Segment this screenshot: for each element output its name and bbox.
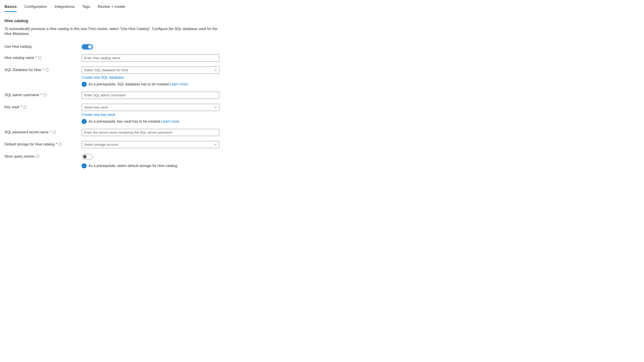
required-indicator: * — [20, 105, 22, 109]
sql-password-secret-label: SQL password secret name — [4, 130, 48, 134]
required-indicator: * — [40, 93, 42, 97]
use-hive-catalog-toggle[interactable] — [82, 44, 93, 50]
create-key-vault-link[interactable]: Create new key vault — [82, 113, 115, 117]
info-icon[interactable]: i — [36, 155, 39, 158]
chevron-down-icon — [214, 106, 217, 108]
sql-admin-username-label: SQL admin username — [4, 93, 39, 97]
default-storage-select[interactable]: Select storage account — [82, 141, 219, 148]
tab-integrations[interactable]: Integrations — [54, 5, 74, 12]
sql-database-label: SQL Database for Hive — [4, 68, 41, 72]
info-icon[interactable]: i — [38, 56, 42, 59]
info-icon[interactable]: i — [45, 68, 48, 72]
sql-database-info-text: As a prerequisite, SQL database has to b… — [88, 82, 170, 86]
tab-basics[interactable]: Basics — [4, 5, 17, 12]
catalog-name-input[interactable] — [82, 55, 219, 62]
info-icon[interactable]: i — [43, 93, 46, 97]
key-vault-label: Key vault — [4, 105, 19, 109]
tabs-bar: Basics Configuration Integrations Tags R… — [4, 0, 640, 12]
sql-database-learn-more-link[interactable]: Learn more — [170, 82, 188, 86]
sql-database-select[interactable]: Select SQL database for Hive — [82, 67, 219, 74]
chevron-down-icon — [214, 69, 217, 71]
required-indicator: * — [42, 68, 44, 72]
section-title: Hive catalog — [4, 19, 640, 23]
store-query-events-info-text: As a prerequisite, select default storag… — [88, 164, 178, 168]
info-badge-icon: i — [82, 82, 86, 87]
info-icon[interactable]: i — [59, 142, 62, 146]
required-indicator: * — [50, 130, 51, 134]
required-indicator: * — [56, 142, 57, 146]
chevron-down-icon — [214, 144, 217, 145]
key-vault-learn-more-link[interactable]: Learn more — [161, 119, 180, 123]
store-query-events-toggle[interactable] — [82, 154, 93, 159]
info-badge-icon: i — [82, 119, 86, 124]
default-storage-label: Default storage for Hive catalog — [4, 142, 54, 146]
tab-review-create[interactable]: Review + create — [98, 5, 125, 12]
store-query-events-label: Store query events — [4, 154, 34, 158]
info-icon[interactable]: i — [23, 105, 27, 109]
section-description: To automatically provision a Hive catalo… — [4, 27, 219, 37]
info-badge-icon: i — [82, 163, 86, 168]
key-vault-select[interactable]: Select key vault — [82, 104, 219, 111]
tab-tags[interactable]: Tags — [82, 5, 90, 12]
sql-password-secret-input[interactable] — [82, 129, 219, 136]
required-indicator: * — [36, 56, 37, 60]
tab-configuration[interactable]: Configuration — [24, 5, 47, 12]
catalog-name-label: Hive catalog name — [4, 56, 34, 60]
key-vault-info-text: As a prerequisite, key vault has to be c… — [88, 119, 161, 123]
use-hive-catalog-label: Use Hive catalog — [4, 45, 32, 49]
create-sql-database-link[interactable]: Create new SQL database — [82, 76, 124, 80]
info-icon[interactable]: i — [52, 130, 56, 134]
sql-admin-username-input[interactable] — [82, 92, 219, 99]
